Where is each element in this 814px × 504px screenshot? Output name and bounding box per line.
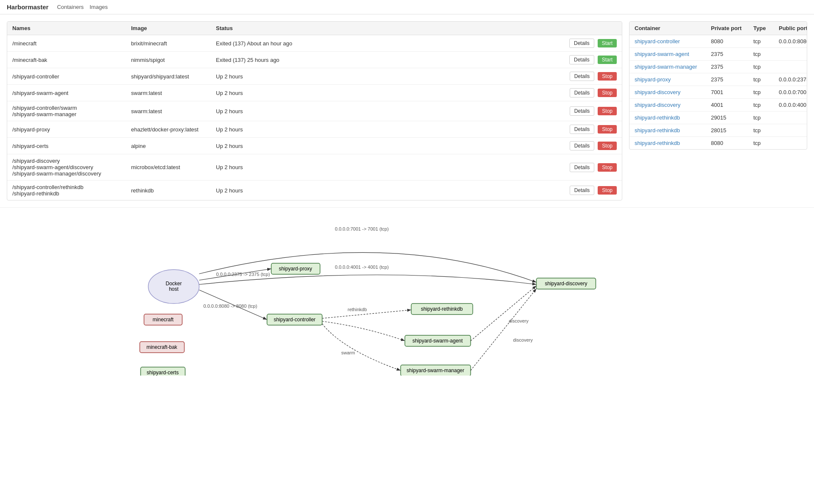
stop-button[interactable]: Stop	[598, 72, 617, 81]
container-status: Up 2 hours	[216, 126, 540, 133]
container-image: swarm:latest	[131, 108, 216, 114]
container-link[interactable]: shipyard-rethinkdb	[635, 114, 680, 121]
edge-manager-discovery-label: discovery	[513, 337, 533, 342]
container-actions: Details Stop	[540, 88, 617, 97]
col-names: Names	[12, 25, 131, 31]
col-public-port: Public port	[779, 25, 807, 31]
table-row: /minecraft-bak nimmis/spigot Exited (137…	[7, 52, 622, 68]
shipyard-certs-label: shipyard-certs	[147, 370, 179, 376]
port-type: tcp	[753, 140, 779, 146]
docker-host-label: Docker	[165, 281, 182, 287]
details-button[interactable]: Details	[570, 125, 595, 134]
stop-button[interactable]: Stop	[598, 107, 617, 115]
container-link[interactable]: shipyard-controller	[635, 38, 680, 45]
container-image: rethinkdb	[131, 187, 216, 194]
container-names: /shipyard-swarm-agent	[12, 90, 131, 96]
details-button[interactable]: Details	[570, 88, 595, 97]
port-type: tcp	[753, 38, 779, 45]
container-names: /shipyard-discovery/shipyard-swarm-agent…	[12, 158, 131, 177]
edge-swarm-label: swarm	[341, 350, 355, 355]
ports-table: Container Private port Type Public port …	[629, 21, 807, 150]
table-row: /shipyard-controller/rethinkdb/shipyard-…	[7, 181, 622, 200]
port-type: tcp	[753, 64, 779, 70]
port-container: shipyard-rethinkdb	[635, 114, 711, 121]
port-private: 2375	[711, 76, 753, 83]
container-actions: Details Start	[540, 39, 617, 48]
container-link[interactable]: shipyard-rethinkdb	[635, 127, 680, 134]
details-button[interactable]: Details	[570, 186, 595, 195]
container-link[interactable]: shipyard-swarm-agent	[635, 51, 689, 57]
edge-rethinkdb-label: rethinkdb	[348, 307, 367, 312]
container-names: /minecraft-bak	[12, 57, 131, 63]
details-button[interactable]: Details	[570, 163, 595, 172]
nav-images[interactable]: Images	[90, 4, 108, 10]
details-button[interactable]: Details	[570, 106, 595, 116]
container-status: Up 2 hours	[216, 143, 540, 149]
container-link[interactable]: shipyard-proxy	[635, 76, 671, 83]
stop-button[interactable]: Stop	[598, 186, 617, 195]
ports-row: shipyard-discovery 7001 tcp 0.0.0.0:7001	[629, 86, 807, 99]
container-actions: Details Stop	[540, 106, 617, 116]
container-names: /shipyard-controller	[12, 73, 131, 80]
container-link[interactable]: shipyard-rethinkdb	[635, 140, 680, 146]
stop-button[interactable]: Stop	[598, 125, 617, 134]
container-link[interactable]: shipyard-discovery	[635, 89, 680, 95]
container-status: Exited (137) 25 hours ago	[216, 57, 540, 63]
port-private: 8080	[711, 38, 753, 45]
table-row: /shipyard-controller shipyard/shipyard:l…	[7, 68, 622, 85]
edge-discovery-top-label: 0.0.0.0:7001 -> 7001 (tcp)	[335, 226, 389, 231]
port-type: tcp	[753, 127, 779, 134]
shipyard-discovery-label: shipyard-discovery	[545, 281, 587, 287]
details-button[interactable]: Details	[569, 55, 594, 64]
minecraft-bak-label: minecraft-bak	[146, 344, 178, 350]
stop-button[interactable]: Stop	[598, 142, 617, 150]
details-button[interactable]: Details	[569, 39, 594, 48]
shipyard-proxy-label: shipyard-proxy	[279, 266, 312, 272]
port-type: tcp	[753, 76, 779, 83]
ports-header: Container Private port Type Public port	[629, 22, 807, 35]
port-public: 0.0.0.0:2375	[779, 76, 807, 83]
ports-row: shipyard-rethinkdb 28015 tcp	[629, 124, 807, 137]
port-container: shipyard-rethinkdb	[635, 127, 711, 134]
ports-row: shipyard-controller 8080 tcp 0.0.0.0:808…	[629, 35, 807, 48]
container-names: /shipyard-certs	[12, 143, 131, 149]
port-container: shipyard-discovery	[635, 102, 711, 108]
ports-row: shipyard-rethinkdb 29015 tcp	[629, 111, 807, 124]
stop-button[interactable]: Stop	[598, 89, 617, 97]
start-button[interactable]: Start	[598, 56, 617, 64]
shipyard-rethinkdb-label: shipyard-rethinkdb	[421, 306, 463, 312]
edge-swarm	[322, 324, 401, 370]
container-status: Up 2 hours	[216, 164, 540, 170]
container-image: brixit/minecraft	[131, 40, 216, 47]
start-button[interactable]: Start	[598, 39, 617, 47]
nav-containers[interactable]: Containers	[57, 4, 84, 10]
port-public: 0.0.0.0:4001	[779, 102, 807, 108]
port-type: tcp	[753, 51, 779, 57]
table-row: /shipyard-discovery/shipyard-swarm-agent…	[7, 154, 622, 181]
port-private: 2375	[711, 64, 753, 70]
port-private: 4001	[711, 102, 753, 108]
container-link[interactable]: shipyard-discovery	[635, 102, 680, 108]
port-container: shipyard-controller	[635, 38, 711, 45]
stop-button[interactable]: Stop	[598, 163, 617, 172]
shipyard-swarm-agent-label: shipyard-swarm-agent	[412, 338, 463, 344]
container-status: Up 2 hours	[216, 108, 540, 114]
container-status: Exited (137) About an hour ago	[216, 40, 540, 47]
containers-table: Names Image Status /minecraft brixit/min…	[7, 21, 622, 200]
table-row: /shipyard-swarm-agent swarm:latest Up 2 …	[7, 85, 622, 101]
ports-row: shipyard-rethinkdb 8080 tcp	[629, 137, 807, 149]
edge-manager-discovery	[471, 289, 537, 370]
details-button[interactable]: Details	[570, 141, 595, 150]
container-actions: Details Stop	[540, 125, 617, 134]
container-actions: Details Stop	[540, 141, 617, 150]
details-button[interactable]: Details	[570, 72, 595, 81]
port-container: shipyard-proxy	[635, 76, 711, 83]
col-private-port: Private port	[711, 25, 753, 31]
col-image: Image	[131, 25, 216, 31]
edge-discovery-bottom-label: 0.0.0.0:4001 -> 4001 (tcp)	[335, 265, 389, 270]
container-names: /shipyard-controller/swarm/shipyard-swar…	[12, 105, 131, 117]
container-image: microbox/etcd:latest	[131, 164, 216, 170]
ports-row: shipyard-swarm-agent 2375 tcp	[629, 48, 807, 61]
edge-proxy-label: 0.0.0.0:2375 -> 2375 (tcp)	[216, 272, 270, 277]
container-link[interactable]: shipyard-swarm-manager	[635, 64, 697, 70]
